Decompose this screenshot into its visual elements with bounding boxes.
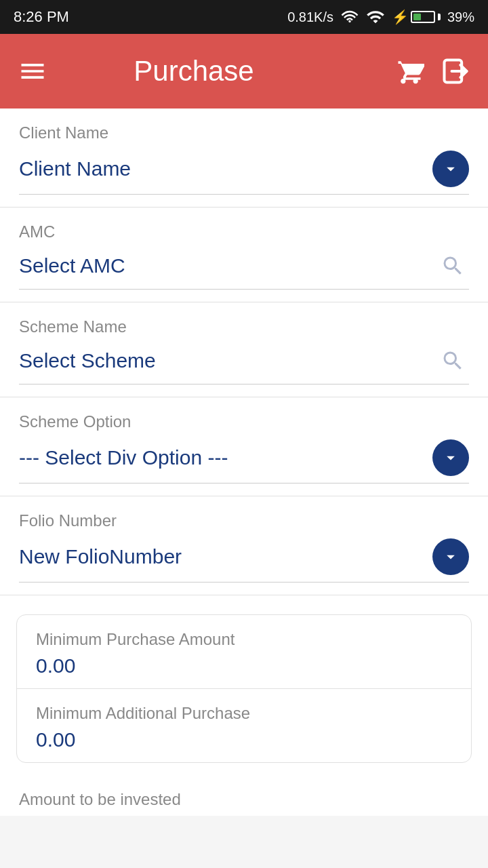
amc-row: Select AMC xyxy=(19,250,469,290)
min-additional-row: Minimum Additional Purchase 0.00 xyxy=(17,689,471,762)
logout-button[interactable] xyxy=(439,55,472,87)
amount-section: Amount to be invested xyxy=(0,776,488,816)
client-name-value: Client Name xyxy=(19,157,131,180)
scheme-search-button[interactable] xyxy=(436,344,469,377)
min-purchase-row: Minimum Purchase Amount 0.00 xyxy=(17,615,471,689)
min-additional-value: 0.00 xyxy=(36,728,452,751)
amc-search-button[interactable] xyxy=(436,250,469,282)
page-title: Purchase xyxy=(8,55,380,87)
cart-button[interactable] xyxy=(393,55,426,87)
status-time: 8:26 PM xyxy=(14,8,69,26)
battery-tip xyxy=(438,14,441,20)
form-content: Client Name Client Name AMC Select AMC S… xyxy=(0,108,488,816)
battery-body xyxy=(411,11,435,23)
scheme-name-label: Scheme Name xyxy=(19,317,469,336)
scheme-option-group: Scheme Option --- Select Div Option --- xyxy=(0,397,488,496)
amc-group: AMC Select AMC xyxy=(0,208,488,302)
client-name-row: Client Name xyxy=(19,151,469,195)
client-name-label: Client Name xyxy=(19,123,469,142)
amc-value: Select AMC xyxy=(19,254,125,277)
time-display: 8:26 PM xyxy=(14,8,69,26)
scheme-option-dropdown[interactable] xyxy=(432,439,469,476)
scheme-name-value: Select Scheme xyxy=(19,349,156,372)
folio-number-value: New FolioNumber xyxy=(19,545,182,568)
client-name-dropdown[interactable] xyxy=(432,151,469,187)
min-purchase-value: 0.00 xyxy=(36,654,452,677)
scheme-option-row: --- Select Div Option --- xyxy=(19,439,469,484)
scheme-name-row: Select Scheme xyxy=(19,344,469,384)
min-purchase-label: Minimum Purchase Amount xyxy=(36,630,452,649)
battery-fill xyxy=(413,14,421,20)
min-additional-label: Minimum Additional Purchase xyxy=(36,704,452,723)
scheme-option-value: --- Select Div Option --- xyxy=(19,446,228,469)
scheme-name-group: Scheme Name Select Scheme xyxy=(0,302,488,397)
signal-icon xyxy=(366,7,385,26)
client-name-group: Client Name Client Name xyxy=(0,108,488,208)
battery-percent: 39% xyxy=(447,9,474,25)
status-bar: 8:26 PM 0.81K/s ⚡ 39% xyxy=(0,0,488,34)
scheme-option-label: Scheme Option xyxy=(19,412,469,431)
network-speed: 0.81K/s xyxy=(287,9,333,25)
amount-label: Amount to be invested xyxy=(19,790,469,809)
amc-label: AMC xyxy=(19,222,469,241)
info-card: Minimum Purchase Amount 0.00 Minimum Add… xyxy=(16,614,472,763)
folio-number-dropdown[interactable] xyxy=(432,538,469,575)
toolbar: Purchase xyxy=(0,34,488,108)
battery-icon: ⚡ xyxy=(392,9,441,25)
folio-number-group: Folio Number New FolioNumber xyxy=(0,496,488,595)
status-icons: 0.81K/s ⚡ 39% xyxy=(287,7,474,26)
folio-number-row: New FolioNumber xyxy=(19,538,469,583)
wifi-icon xyxy=(340,7,359,26)
folio-number-label: Folio Number xyxy=(19,511,469,530)
